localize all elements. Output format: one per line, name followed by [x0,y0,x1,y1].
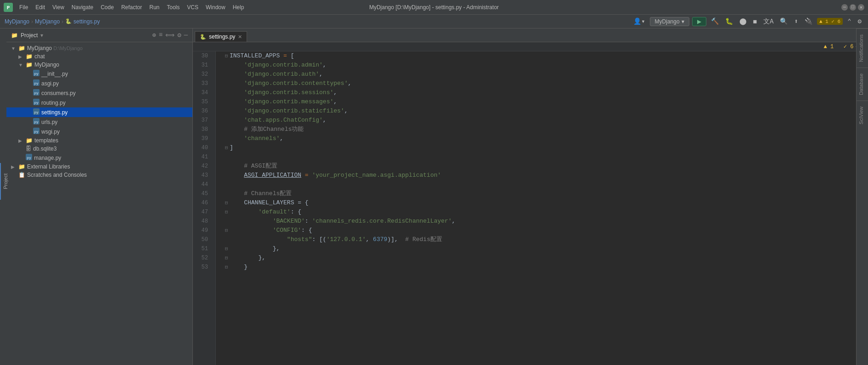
menu-item-help[interactable]: Help [230,3,247,11]
warning-badge[interactable]: ▲ 1 ✓ 6 [817,18,843,25]
line-number: 34 [193,88,212,97]
fold-icon[interactable]: ⊟ [223,208,230,217]
sidebar-item-db[interactable]: 🗄db.sqlite3 [6,145,192,153]
breadcrumb-mydjango[interactable]: MyDjango [5,18,29,25]
sidebar-item-label: asgi.py [41,80,59,87]
sidebar-item-urls[interactable]: pyurls.py [6,117,192,127]
expand-editor-icon[interactable]: ⌃ [845,17,853,26]
fold-icon[interactable]: ⊟ [223,263,230,272]
line-number: 48 [193,217,212,226]
fold-icon[interactable]: ⊟ [223,226,230,235]
sidebar-item-asgi[interactable]: pyasgi.py [6,79,192,88]
sidebar-item-label: __init__.py [41,71,68,77]
line-number: 52 [193,253,212,263]
debug-icon[interactable]: 🐛 [723,17,735,26]
line-number: 40 [193,143,212,152]
menu-item-file[interactable]: File [17,3,31,11]
line-number: 46 [193,198,212,208]
sidebar-item-mydjango-pkg[interactable]: ▼📁MyDjango [6,61,192,69]
sidebar-tree: ▼📁MyDjango D:\MyDjango▶📁chat▼📁MyDjangopy… [6,42,192,365]
close-button[interactable]: ✕ [858,4,864,11]
sidebar-item-__init__[interactable]: py__init__.py [6,69,192,79]
sidebar-project-tab[interactable]: Project [0,163,10,200]
sidebar-item-manage[interactable]: pymanage.py [6,153,192,163]
fold-icon[interactable]: ⊟ [223,253,230,263]
gear-icon[interactable]: ⚙ [177,31,181,39]
menu-item-edit[interactable]: Edit [33,3,48,11]
sidebar-item-label: Scratches and Consoles [27,172,87,178]
arrow-icon: ▼ [18,62,24,67]
collapse-all-icon[interactable]: ≡ [159,31,163,39]
code-line: 'django.contrib.messages', [223,97,859,107]
stop-icon[interactable]: ◼ [751,17,759,26]
settings-icon[interactable]: ⚙ [856,17,863,26]
database-panel-tab[interactable]: Database [857,67,868,101]
editor-tabs: 🐍 settings.py ✕ ⋮ [193,28,868,42]
breadcrumb-settings[interactable]: settings.py [73,18,100,25]
sidebar-item-consumers[interactable]: pyconsumers.py [6,88,192,98]
code-line: 'django.contrib.staticfiles', [223,107,859,116]
maximize-button[interactable]: □ [850,4,856,11]
sidebar-item-label: manage.py [34,155,61,161]
code-line: ⊟ }, [223,244,859,253]
menu-item-code[interactable]: Code [98,3,117,11]
svg-text:py: py [34,120,39,124]
project-selector[interactable]: MyDjango ▾ [650,17,689,26]
sidebar-item-wsgi[interactable]: pywsgi.py [6,127,192,136]
menu-item-vcs[interactable]: VCS [184,3,201,11]
update-icon[interactable]: ⬆ [792,17,800,26]
warning-indicator[interactable]: ▲ 1 ✓ 6 [824,43,854,50]
fold-icon[interactable]: ⊟ [223,143,230,152]
menu-item-view[interactable]: View [50,3,67,11]
line-numbers: 3031323334353637383940414243444546474849… [193,51,216,365]
fold-icon[interactable]: ⊟ [223,198,230,208]
line-number: 38 [193,125,212,134]
window-title: MyDjango [D:\MyDjango] - settings.py - A… [369,4,499,11]
sync-icon[interactable]: ⟺ [165,31,175,39]
plugin-icon[interactable]: 🔌 [803,17,814,26]
fold-icon[interactable]: ⊟ [223,51,230,61]
search-icon[interactable]: 🔍 [778,17,789,26]
editor-tab-settings[interactable]: 🐍 settings.py ✕ [195,31,247,42]
svg-text:py: py [34,72,39,76]
coverage-icon[interactable]: ⬤ [738,17,749,26]
sidebar-item-routing[interactable]: pyrouting.py [6,98,192,107]
sidebar-item-label: MyDjango [34,62,59,68]
menu-item-window[interactable]: Window [203,3,228,11]
arrow-icon: ▶ [18,138,24,143]
tab-close-button[interactable]: ✕ [238,34,242,40]
minimize-button[interactable]: — [841,4,848,11]
sidebar-item-scratches[interactable]: 📋Scratches and Consoles [6,171,192,179]
build-icon[interactable]: 🔨 [709,17,721,26]
code-line [223,180,859,189]
sidebar-item-settings[interactable]: pysettings.py [6,107,192,117]
add-icon[interactable]: ⊕ [152,31,156,39]
sidebar-item-templates[interactable]: ▶📁templates [6,136,192,145]
folder-icon: 📁 [26,137,33,144]
menu-item-refactor[interactable]: Refactor [118,3,145,11]
sidebar-item-chat[interactable]: ▶📁chat [6,52,192,61]
svg-text:py: py [27,156,31,160]
svg-text:py: py [34,91,39,95]
fold-icon[interactable]: ⊟ [223,244,230,253]
window-controls[interactable]: — □ ✕ [841,4,864,11]
menu-item-navigate[interactable]: Navigate [69,3,96,11]
translate-icon[interactable]: 文A [761,17,775,27]
nav-bar-right: 👤▾ MyDjango ▾ ▶ 🔨 🐛 ⬤ ◼ 文A 🔍 ⬆ 🔌 ▲ 1 ✓ 6… [631,17,863,27]
sidebar-item-mydjango-root[interactable]: ▼📁MyDjango D:\MyDjango [6,44,192,52]
notifications-panel-tab[interactable]: Notifications [857,28,868,67]
code-line: ⊟INSTALLED_APPS = [ [223,51,859,61]
user-icon[interactable]: 👤▾ [631,17,647,26]
code-line: "hosts": [('127.0.0.1', 6379)], # Redis配… [223,235,859,244]
menu-item-tools[interactable]: Tools [164,3,182,11]
code-line: 'chat.apps.ChatConfig', [223,116,859,125]
line-number: 50 [193,235,212,244]
minimize-panel-icon[interactable]: — [184,31,188,39]
sidebar-item-external-libs[interactable]: ▶📁External Libraries [6,163,192,171]
run-button[interactable]: ▶ [692,17,706,26]
sciview-panel-tab[interactable]: SciView [857,101,868,130]
code-line: ⊟ }, [223,253,859,263]
code-area[interactable]: ⊟INSTALLED_APPS = [ 'django.contrib.admi… [216,51,859,365]
menu-item-run[interactable]: Run [147,3,162,11]
breadcrumb-mydjango2[interactable]: MyDjango [35,18,60,25]
